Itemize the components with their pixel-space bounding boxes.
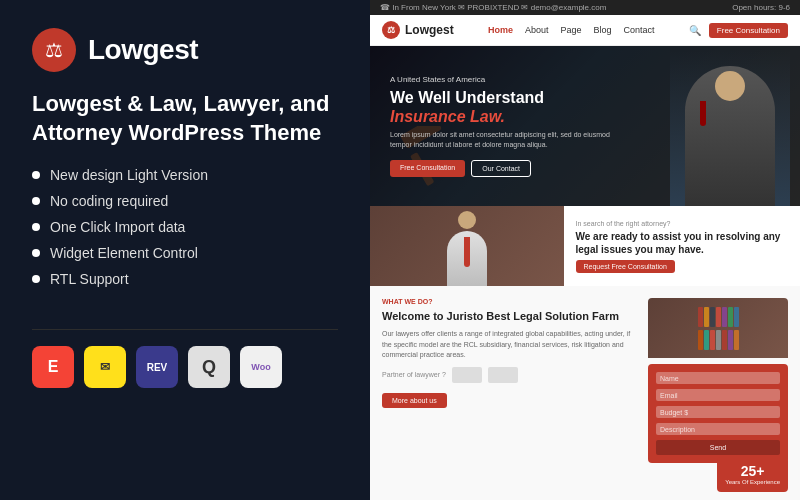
experience-number: 25+	[725, 463, 780, 479]
nav-logo: ⚖ Lowgest	[382, 21, 454, 39]
col-right-content: In search of the right attorney? We are …	[564, 206, 801, 286]
book	[698, 307, 703, 327]
elementor-badge: E	[32, 346, 74, 388]
name-field[interactable]: Name	[656, 372, 780, 384]
feature-item-2: No coding required	[32, 193, 338, 209]
tie-decoration	[464, 237, 470, 267]
features-list: New design Light Version No coding requi…	[32, 167, 338, 297]
feature-item-5: RTL Support	[32, 271, 338, 287]
bullet-icon	[32, 223, 40, 231]
top-bar: ☎ In From New York ✉ PROBIXTEND ✉ demo@e…	[370, 0, 800, 15]
preview-container: ☎ In From New York ✉ PROBIXTEND ✉ demo@e…	[370, 0, 800, 500]
two-col-section: In search of the right attorney? We are …	[370, 206, 800, 286]
hero-subtitle: A United States of America	[390, 75, 610, 84]
book	[734, 330, 739, 350]
book	[728, 307, 733, 327]
book	[722, 330, 727, 350]
topbar-right: Open hours: 9-6	[732, 3, 790, 12]
form-submit-btn[interactable]: Send	[656, 440, 780, 455]
bottom-desc: Our lawyers offer clients a range of int…	[382, 329, 636, 361]
search-icon[interactable]: 🔍	[689, 25, 701, 36]
left-panel: ⚖ Lowgest Lowgest & Law, Lawyer, and Att…	[0, 0, 370, 500]
nav-consultation-btn[interactable]: Free Consultation	[709, 23, 788, 38]
bookshelf-image	[648, 298, 788, 358]
feature-item-3: One Click Import data	[32, 219, 338, 235]
col-left-image	[370, 206, 564, 286]
book	[716, 330, 721, 350]
person-head	[715, 71, 745, 101]
mailchimp-badge: ✉	[84, 346, 126, 388]
nav-actions: 🔍 Free Consultation	[689, 23, 788, 38]
book	[704, 330, 709, 350]
book	[710, 330, 715, 350]
bullet-icon	[32, 275, 40, 283]
partner-logo-2	[488, 367, 518, 383]
partner-row: Partner of lawywer ?	[382, 367, 636, 383]
consultation-form: Name Email Budget $ Description Send	[648, 364, 788, 463]
plugin-icons: E ✉ REV Q Woo	[32, 329, 338, 388]
hero-primary-btn[interactable]: Free Consultation	[390, 160, 465, 177]
bottom-right: Name Email Budget $ Description Send 25+…	[648, 298, 788, 488]
nav-links: Home About Page Blog Contact	[488, 25, 655, 35]
attorney-person	[442, 211, 492, 286]
col-title: We are ready to assist you in resolving …	[576, 230, 789, 256]
bottom-left: What we do? Welcome to Juristo Best Lega…	[382, 298, 636, 488]
partner-label: Partner of lawywer ?	[382, 371, 446, 378]
book	[728, 330, 733, 350]
product-title: Lowgest & Law, Lawyer, and Attorney Word…	[32, 90, 338, 147]
nav-logo-icon: ⚖	[382, 21, 400, 39]
tie	[700, 101, 706, 126]
bookshelf-decoration	[698, 307, 739, 350]
book	[722, 307, 727, 327]
shelf-row-2	[698, 330, 739, 350]
bottom-eyebrow: What we do?	[382, 298, 636, 305]
book	[716, 307, 721, 327]
book	[710, 307, 715, 327]
email-field[interactable]: Email	[656, 389, 780, 401]
book	[704, 307, 709, 327]
col-cta-btn[interactable]: Request Free Consultation	[576, 260, 675, 273]
woocommerce-badge: Woo	[240, 346, 282, 388]
attorney-body	[447, 231, 487, 286]
hero-section: A United States of America We Well Under…	[370, 46, 800, 206]
budget-field[interactable]: Budget $	[656, 406, 780, 418]
person-body	[685, 66, 775, 206]
nav-bar: ⚖ Lowgest Home About Page Blog Contact 🔍…	[370, 15, 800, 46]
hero-desc: Lorem ipsum dolor sit amet consectetur a…	[390, 130, 610, 150]
bullet-icon	[32, 171, 40, 179]
hero-content: A United States of America We Well Under…	[390, 75, 610, 177]
hero-title-accent: Insurance Law.	[390, 108, 505, 125]
book	[734, 307, 739, 327]
more-about-btn[interactable]: More about us	[382, 393, 447, 408]
bullet-icon	[32, 197, 40, 205]
description-field[interactable]: Description	[656, 423, 780, 435]
feature-item-1: New design Light Version	[32, 167, 338, 183]
bottom-title: Welcome to Juristo Best Legal Solution F…	[382, 309, 636, 323]
attorney-head	[458, 211, 476, 229]
col-eyebrow: In search of the right attorney?	[576, 220, 789, 227]
revslider-badge: REV	[136, 346, 178, 388]
hero-person	[670, 51, 790, 206]
logo-text: Lowgest	[88, 34, 198, 66]
hero-buttons: Free Consultation Our Contact	[390, 160, 610, 177]
experience-badge: 25+ Years Of Experience	[717, 457, 788, 492]
logo-icon: ⚖	[32, 28, 76, 72]
shelf-row-1	[698, 307, 739, 327]
partner-logo-1	[452, 367, 482, 383]
book	[698, 330, 703, 350]
bullet-icon	[32, 249, 40, 257]
library-background	[370, 206, 564, 286]
experience-label: Years Of Experience	[725, 479, 780, 486]
hero-title: We Well Understand Insurance Law.	[390, 88, 610, 126]
quform-badge: Q	[188, 346, 230, 388]
right-panel: ☎ In From New York ✉ PROBIXTEND ✉ demo@e…	[370, 0, 800, 500]
hero-secondary-btn[interactable]: Our Contact	[471, 160, 531, 177]
bottom-section: What we do? Welcome to Juristo Best Lega…	[370, 286, 800, 500]
feature-item-4: Widget Element Control	[32, 245, 338, 261]
topbar-left: ☎ In From New York ✉ PROBIXTEND ✉ demo@e…	[380, 3, 606, 12]
logo-area: ⚖ Lowgest	[32, 28, 338, 72]
